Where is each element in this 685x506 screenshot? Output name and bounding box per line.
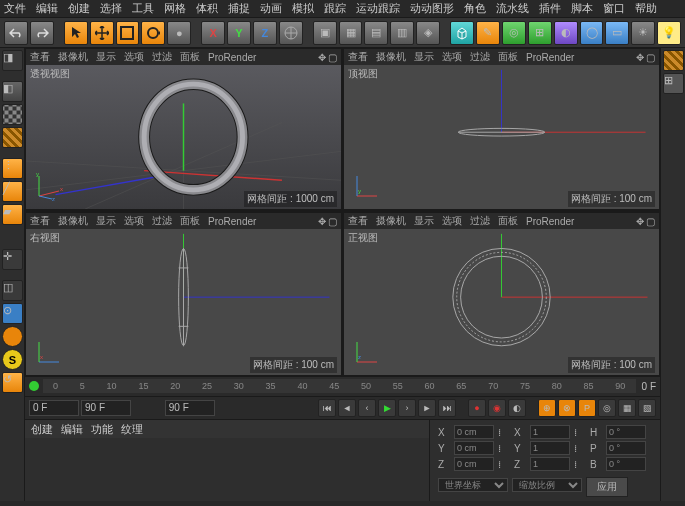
tab-edit[interactable]: 编辑 — [61, 422, 83, 437]
vp-view[interactable]: 查看 — [30, 50, 50, 64]
viewport-right[interactable]: 查看摄像机显示选项过滤面板ProRender✥▢ x 右视图 网格间距 : 10… — [25, 212, 342, 376]
scale-x-input[interactable] — [530, 425, 570, 439]
menu-create[interactable]: 创建 — [68, 1, 90, 16]
pos-y-input[interactable] — [454, 441, 494, 455]
menu-plugins[interactable]: 插件 — [539, 1, 561, 16]
bulb-button[interactable]: 💡 — [657, 21, 681, 45]
menu-pipeline[interactable]: 流水线 — [496, 1, 529, 16]
next-key-button[interactable]: ► — [418, 399, 436, 417]
rot-b-input[interactable] — [606, 457, 646, 471]
vp-display[interactable]: 显示 — [96, 50, 116, 64]
subdiv-generator[interactable]: ◎ — [502, 21, 526, 45]
autokey-button[interactable]: ◉ — [488, 399, 506, 417]
make-editable-button[interactable]: ◨ — [2, 50, 23, 71]
pos-z-input[interactable] — [454, 457, 494, 471]
keyframe-sel-button[interactable]: ◐ — [508, 399, 526, 417]
menu-select[interactable]: 选择 — [100, 1, 122, 16]
key-param-button[interactable]: ◎ — [598, 399, 616, 417]
vp-camera[interactable]: 摄像机 — [58, 50, 88, 64]
key-pos-button[interactable]: ⊕ — [538, 399, 556, 417]
menu-mesh[interactable]: 网格 — [164, 1, 186, 16]
menu-file[interactable]: 文件 — [4, 1, 26, 16]
menu-mograph[interactable]: 动动图形 — [410, 1, 454, 16]
material-manager[interactable]: 创建 编辑 功能 纹理 — [25, 420, 430, 501]
menu-script[interactable]: 脚本 — [571, 1, 593, 16]
camera-button[interactable]: ▭ — [605, 21, 629, 45]
rot-h-input[interactable] — [606, 425, 646, 439]
object-manager-icon[interactable]: ⊞ — [663, 73, 684, 94]
content-browser-icon[interactable] — [663, 50, 684, 71]
key-scale-button[interactable]: ⊗ — [558, 399, 576, 417]
vp-nav-icon[interactable]: ✥ — [318, 52, 326, 63]
model-mode[interactable]: ◧ — [2, 81, 23, 102]
polygon-mode[interactable]: ▰ — [2, 204, 23, 225]
prev-frame-button[interactable]: ‹ — [358, 399, 376, 417]
enable-axis[interactable]: ✛ — [2, 249, 23, 270]
coord-space-select[interactable]: 世界坐标 — [438, 478, 508, 492]
scale-y-input[interactable] — [530, 441, 570, 455]
point-mode[interactable]: ⋮ — [2, 158, 23, 179]
soft-selection[interactable]: S — [2, 349, 23, 370]
menu-simulate[interactable]: 模拟 — [292, 1, 314, 16]
rot-p-input[interactable] — [606, 441, 646, 455]
tab-function[interactable]: 功能 — [91, 422, 113, 437]
x-axis-lock[interactable]: X — [201, 21, 225, 45]
texture-mode[interactable] — [2, 104, 23, 125]
viewport-top[interactable]: 查看摄像机显示选项过滤面板ProRender✥▢ y 顶视图 网格间距 : 10… — [342, 48, 660, 210]
pen-tool[interactable]: ✎ — [476, 21, 500, 45]
array-generator[interactable]: ⊞ — [528, 21, 552, 45]
render-setting-button[interactable]: ▥ — [390, 21, 414, 45]
tab-texture[interactable]: 纹理 — [121, 422, 143, 437]
tweak-mode[interactable]: ↺ — [2, 372, 23, 393]
key-opt-button[interactable]: ▧ — [638, 399, 656, 417]
render-region-button[interactable]: ▦ — [339, 21, 363, 45]
menu-tools[interactable]: 工具 — [132, 1, 154, 16]
record-button[interactable]: ● — [468, 399, 486, 417]
goto-end-button[interactable]: ⏭ — [438, 399, 456, 417]
workplane-mode[interactable] — [2, 127, 23, 148]
y-axis-lock[interactable]: Y — [227, 21, 251, 45]
current-frame-input[interactable] — [81, 400, 131, 416]
scale-mode-select[interactable]: 缩放比例 — [512, 478, 582, 492]
light-button[interactable]: ☀ — [631, 21, 655, 45]
move-tool[interactable] — [90, 21, 114, 45]
rotate-tool[interactable] — [141, 21, 165, 45]
edge-mode[interactable]: ╱ — [2, 181, 23, 202]
cube-primitive[interactable] — [450, 21, 474, 45]
next-frame-button[interactable]: › — [398, 399, 416, 417]
timeline-marker[interactable] — [29, 381, 39, 391]
scale-z-input[interactable] — [530, 457, 570, 471]
z-axis-lock[interactable]: Z — [253, 21, 277, 45]
undo-button[interactable] — [4, 21, 28, 45]
redo-button[interactable] — [30, 21, 54, 45]
coord-system[interactable] — [279, 21, 303, 45]
menu-window[interactable]: 窗口 — [603, 1, 625, 16]
render-view-button[interactable]: ▣ — [313, 21, 337, 45]
workplane-snap[interactable] — [2, 326, 23, 347]
vp-prorender[interactable]: ProRender — [208, 52, 256, 63]
environment-button[interactable]: ◯ — [580, 21, 604, 45]
menu-snap[interactable]: 捕捉 — [228, 1, 250, 16]
select-tool[interactable] — [64, 21, 88, 45]
pos-x-input[interactable] — [454, 425, 494, 439]
vp-panel[interactable]: 面板 — [180, 50, 200, 64]
picture-viewer-button[interactable]: ◈ — [416, 21, 440, 45]
key-rot-button[interactable]: P — [578, 399, 596, 417]
last-tool[interactable]: ● — [167, 21, 191, 45]
end-frame-input[interactable] — [165, 400, 215, 416]
vp-filter[interactable]: 过滤 — [152, 50, 172, 64]
menu-tracker[interactable]: 跟踪 — [324, 1, 346, 16]
viewport-perspective[interactable]: 查看 摄像机 显示 选项 过滤 面板 ProRender ✥▢ — [25, 48, 342, 210]
vp-options[interactable]: 选项 — [124, 50, 144, 64]
timeline-ruler[interactable]: 051015202530354045505560657075808590 0 F — [25, 376, 660, 396]
prev-key-button[interactable]: ◄ — [338, 399, 356, 417]
scale-tool[interactable] — [116, 21, 140, 45]
render-pv-button[interactable]: ▤ — [364, 21, 388, 45]
vp-max-icon[interactable]: ▢ — [328, 52, 337, 63]
menu-edit[interactable]: 编辑 — [36, 1, 58, 16]
apply-button[interactable]: 应用 — [586, 477, 628, 497]
menu-animate[interactable]: 动画 — [260, 1, 282, 16]
snap-toggle[interactable]: ⊙ — [2, 303, 23, 324]
key-pla-button[interactable]: ▦ — [618, 399, 636, 417]
start-frame-input[interactable] — [29, 400, 79, 416]
